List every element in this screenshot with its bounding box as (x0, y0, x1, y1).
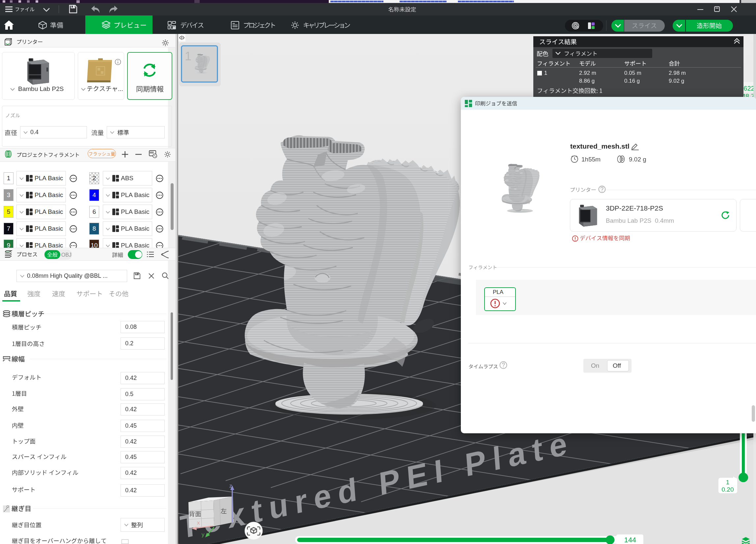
svg-text:622: 622 (743, 85, 753, 92)
svg-text:1: 1 (726, 479, 730, 486)
svg-text:0.20: 0.20 (722, 486, 734, 493)
svg-text:144: 144 (624, 536, 636, 544)
svg-text:1: 1 (185, 49, 191, 63)
